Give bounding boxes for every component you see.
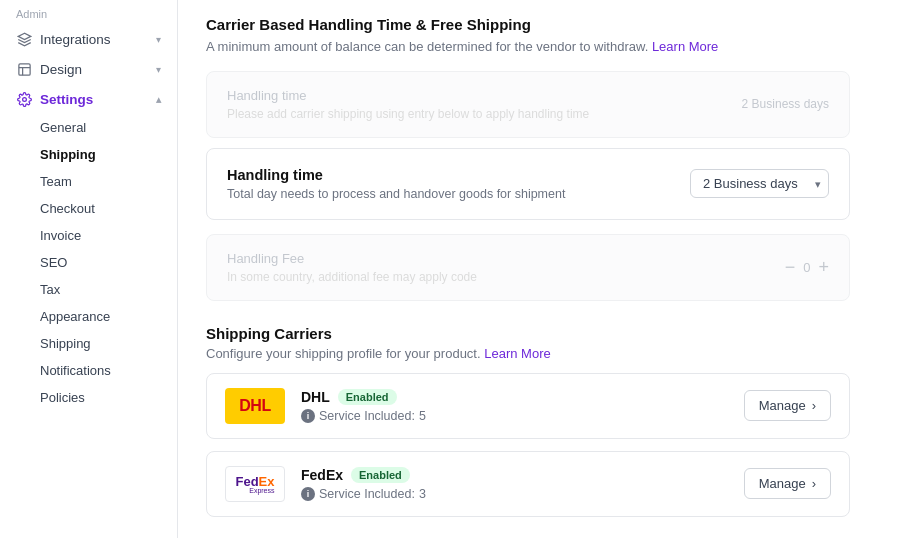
handling-time-title: Handling time: [227, 167, 690, 183]
main-content: Carrier Based Handling Time & Free Shipp…: [178, 0, 920, 538]
carriers-title: Shipping Carriers: [206, 325, 850, 342]
dhl-name: DHL: [301, 389, 330, 405]
sidebar-item-integrations[interactable]: Integrations ▾: [0, 24, 177, 54]
sidebar-item-settings-label: Settings: [40, 92, 93, 107]
ghost-fee-label: Handling Fee: [227, 251, 477, 266]
carrier-section-title: Carrier Based Handling Time & Free Shipp…: [206, 16, 850, 33]
ghost-handling-label: Handling time: [227, 88, 589, 103]
sidebar-item-settings[interactable]: Settings ▴: [0, 84, 177, 114]
ghost-handling-right: 2 Business days: [742, 97, 829, 111]
sidebar-item-integrations-label: Integrations: [40, 32, 111, 47]
fedex-name: FedEx: [301, 467, 343, 483]
info-icon: i: [301, 409, 315, 423]
carrier-fedex-card: FedEx Express FedEx Enabled i Service In…: [206, 451, 850, 517]
handling-time-select[interactable]: 1 Business day 2 Business days 3 Busines…: [690, 169, 829, 198]
sidebar-subitem-policies[interactable]: Policies: [0, 384, 177, 411]
carriers-desc: Configure your shipping profile for your…: [206, 346, 850, 361]
shipping-carriers-section: Shipping Carriers Configure your shippin…: [206, 325, 850, 517]
chevron-down-icon: ▾: [156, 64, 161, 75]
sidebar-item-design-label: Design: [40, 62, 82, 77]
handling-time-select-wrapper[interactable]: 1 Business day 2 Business days 3 Busines…: [690, 169, 829, 198]
ghost-fee-minus: −: [785, 257, 796, 278]
ghost-fee-sublabel: In some country, additional fee may appl…: [227, 270, 477, 284]
sidebar-subitem-team[interactable]: Team: [0, 168, 177, 195]
fedex-info: FedEx Enabled i Service Included: 3: [301, 467, 728, 501]
dhl-logo: DHL: [225, 388, 285, 424]
sidebar-item-design[interactable]: Design ▾: [0, 54, 177, 84]
dhl-status-badge: Enabled: [338, 389, 397, 405]
ghost-handling-info: Handling time Please add carrier shippin…: [227, 88, 589, 121]
fedex-service: i Service Included: 3: [301, 487, 728, 501]
ghost-handling-sublabel: Please add carrier shipping using entry …: [227, 107, 589, 121]
sidebar-subitem-checkout[interactable]: Checkout: [0, 195, 177, 222]
ghost-fee-plus: +: [818, 257, 829, 278]
sidebar-subitem-tax[interactable]: Tax: [0, 276, 177, 303]
ghost-fee-controls: − 0 +: [785, 257, 829, 278]
handling-time-desc: Total day needs to process and handover …: [227, 187, 690, 201]
handling-time-card: Handling time Total day needs to process…: [206, 148, 850, 220]
settings-icon: [16, 91, 32, 107]
chevron-right-icon: ›: [812, 476, 816, 491]
dhl-name-row: DHL Enabled: [301, 389, 728, 405]
sidebar-top-label: Admin: [0, 0, 177, 24]
fedex-name-row: FedEx Enabled: [301, 467, 728, 483]
dhl-service: i Service Included: 5: [301, 409, 728, 423]
ghost-handling-card: Handling time Please add carrier shippin…: [206, 71, 850, 138]
carrier-section-desc: A minimum amount of balance can be deter…: [206, 37, 850, 57]
carrier-dhl-card: DHL DHL Enabled i Service Included: 5 Ma…: [206, 373, 850, 439]
carriers-learn-more-link[interactable]: Learn More: [484, 346, 550, 361]
sidebar-subitem-appearance[interactable]: Appearance: [0, 303, 177, 330]
design-icon: [16, 61, 32, 77]
dhl-info: DHL Enabled i Service Included: 5: [301, 389, 728, 423]
info-icon: i: [301, 487, 315, 501]
ghost-fee-card: Handling Fee In some country, additional…: [206, 234, 850, 301]
sidebar-subitem-invoice[interactable]: Invoice: [0, 222, 177, 249]
chevron-up-icon: ▴: [156, 94, 161, 105]
svg-marker-0: [18, 33, 31, 39]
svg-point-2: [22, 97, 26, 101]
sidebar-subitem-shipping[interactable]: Shipping: [0, 141, 177, 168]
sidebar-subitem-notifications[interactable]: Notifications: [0, 357, 177, 384]
chevron-down-icon: ▾: [156, 34, 161, 45]
handling-time-dropdown-wrapper: 1 Business day 2 Business days 3 Busines…: [690, 169, 829, 198]
ghost-fee-value: 0: [803, 260, 810, 275]
layers-icon: [16, 31, 32, 47]
dhl-manage-button[interactable]: Manage ›: [744, 390, 831, 421]
sidebar-subitem-shipping2[interactable]: Shipping: [0, 330, 177, 357]
sidebar-subitem-seo[interactable]: SEO: [0, 249, 177, 276]
svg-rect-1: [18, 63, 29, 74]
fedex-logo: FedEx Express: [225, 466, 285, 502]
handling-time-info: Handling time Total day needs to process…: [227, 167, 690, 201]
carrier-section: Carrier Based Handling Time & Free Shipp…: [206, 16, 850, 57]
chevron-right-icon: ›: [812, 398, 816, 413]
sidebar-subitem-general[interactable]: General: [0, 114, 177, 141]
sidebar: Admin Integrations ▾ Design ▾ Settings ▴…: [0, 0, 178, 538]
carrier-learn-more-link[interactable]: Learn More: [652, 39, 718, 54]
fedex-manage-button[interactable]: Manage ›: [744, 468, 831, 499]
fedex-status-badge: Enabled: [351, 467, 410, 483]
ghost-fee-info: Handling Fee In some country, additional…: [227, 251, 477, 284]
